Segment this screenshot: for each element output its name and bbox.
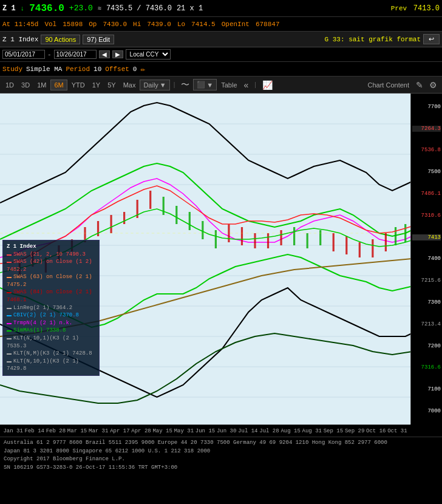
footer: Australia 61 2 9777 8600 Brazil 5511 239… [0, 437, 442, 474]
edit-button[interactable]: 97) Edit [83, 35, 114, 44]
price-scale: 7700 7264.3 7536.8 7500 7486.1 7310.6 74… [410, 94, 442, 424]
x-label: Sep 15 [322, 428, 344, 434]
study-value: Simple MA [26, 66, 62, 73]
scale-label-highlight1: 7264.3 [412, 126, 441, 132]
scale-label-7000: 7000 [412, 408, 441, 414]
line-chart-icon[interactable]: 〜 [178, 78, 192, 92]
frequency-button[interactable]: Daily ▼ [140, 80, 169, 90]
legend-item: LinReg(2 1) 7364.2 [7, 304, 95, 312]
vol-label: Vol [44, 21, 56, 28]
price-direction-icon: ↓ [21, 5, 25, 12]
x-label: Oct 31 [387, 428, 408, 434]
open-label: Op [89, 21, 97, 28]
actions-button[interactable]: 90 Actions [41, 35, 80, 44]
chevron-left-icon[interactable]: « [242, 79, 251, 91]
scale-label-7500: 7500 [412, 169, 441, 175]
legend-item: SimMAs(1) 7338.8 [7, 327, 95, 335]
legend-item: CBIV(2) (2 1) 7370.8 [7, 312, 95, 319]
chart-content-button[interactable]: Chart Content [365, 80, 412, 90]
x-label: Aug 31 [301, 428, 322, 434]
info-bar: At 11:45d Vol 15898 Op 7430.0 Hi 7439.0 … [0, 17, 442, 32]
scale-label-prev: 7413 [412, 234, 441, 240]
legend-title: Z 1 Index [7, 243, 95, 251]
chart-toolbar: 1D 3D 1M 6M YTD 1Y 5Y Max Daily ▼ | 〜 ⬛▼… [0, 77, 442, 94]
x-label: Apr 28 [131, 428, 152, 434]
period-value: 10 [93, 66, 101, 73]
x-label: Jan 31 [2, 428, 24, 434]
legend-item: SWAS (42) on Close (1 2) 7482.2 [7, 258, 95, 273]
current-price: 7436.0 [29, 3, 64, 14]
date-next-button[interactable]: ▶ [112, 50, 123, 58]
x-label: Aug 15 [280, 428, 301, 434]
period-max-button[interactable]: Max [120, 80, 139, 90]
x-label: Jul 14 [237, 428, 259, 434]
scale-label-7200: 7200 [412, 343, 441, 349]
x-label: May 15 [152, 428, 173, 434]
price-bar: Z 1 ↓ 7436.0 +23.0 ≋ 7435.5 / 7436.0 21 … [0, 0, 442, 17]
date-prev-button[interactable]: ◀ [99, 50, 110, 58]
scale-label-7300: 7300 [412, 299, 441, 305]
chart-graph-icon[interactable]: 📈 [260, 79, 275, 91]
low-label: Lo [177, 21, 185, 28]
footer-line1: Australia 61 2 9777 8600 Brazil 5511 239… [4, 439, 438, 448]
x-label: May 31 [173, 428, 194, 434]
high-price: 7439.0 [147, 21, 171, 28]
low-price: 7414.5 [191, 21, 216, 28]
x-label: Feb 28 [45, 428, 66, 434]
start-date-input[interactable] [2, 50, 45, 59]
legend-item: SWAS (84) on Close (2 1) 7468.1 [7, 288, 95, 304]
legend-item: KLT(N,10,1)(K3 (2 1) 7429.8 [7, 358, 95, 373]
pencil-chart-icon[interactable]: ✎ [413, 79, 426, 91]
prev-price: 7413.0 [413, 4, 440, 13]
settings-icon[interactable]: ⚙ [427, 79, 440, 91]
x-label: Mar 15 [66, 428, 87, 434]
period-6m-button[interactable]: 6M [50, 80, 67, 90]
table-button[interactable]: Table [218, 80, 240, 90]
time-display: At 11:45d [2, 21, 38, 28]
footer-copyright: Copyright 2017 Bloomberg Finance L.P. [4, 455, 438, 464]
prev-label: Prev [391, 5, 407, 12]
currency-select[interactable]: Local CCY [126, 49, 171, 60]
period-label: Period [66, 66, 90, 73]
period-1y-button[interactable]: 1Y [89, 80, 103, 90]
period-3d-button[interactable]: 3D [18, 80, 33, 90]
legend-item: TrmpN(4 (2 1) n.k. [7, 319, 95, 327]
chart-legend: Z 1 Index SWAS (21, 2, 10 7490.3 SWAS (4… [2, 240, 100, 376]
price-change: +23.0 [69, 4, 93, 13]
x-label: Jul 28 [259, 428, 280, 434]
legend-item: KLT(N,10,1)(K3 (2 1) 7535.3 [7, 335, 95, 350]
freq-dropdown-icon: ▼ [160, 81, 166, 89]
edit-study-icon[interactable]: ✏ [140, 64, 145, 74]
x-label: Feb 14 [24, 428, 45, 434]
period-1m-button[interactable]: 1M [34, 80, 49, 90]
scale-label-7350: 7215.6 [412, 278, 441, 284]
offset-value: 0 [133, 66, 137, 73]
x-label: Oct 16 [365, 428, 387, 434]
end-date-input[interactable] [54, 50, 97, 59]
wave-icon: ≋ [98, 5, 101, 12]
study-bar: Study Simple MA Period 10 Offset 0 ✏ [0, 62, 442, 77]
index-label: Z 1 Index [2, 36, 38, 43]
period-1d-button[interactable]: 1D [2, 80, 17, 90]
x-label: Apr 17 [109, 428, 131, 434]
study-label-text: Study [2, 66, 22, 73]
offset-label: Offset [105, 66, 129, 73]
candle-mode-button[interactable]: ⬛▼ [193, 79, 217, 90]
period-ytd-button[interactable]: YTD [69, 80, 88, 90]
x-label: Jun 30 [216, 428, 237, 434]
scale-label-highlight2: 7536.8 [412, 147, 441, 153]
high-label: Hi [133, 21, 141, 28]
footer-line2: Japan 81 3 3201 8900 Singapore 65 6212 1… [4, 448, 438, 456]
candle-dropdown-icon: ▼ [206, 81, 213, 89]
chart-area: Z 1 Index SWAS (21, 2, 10 7490.3 SWAS (4… [0, 94, 442, 424]
back-button[interactable]: ↩ [423, 34, 440, 44]
scale-label-7700: 7700 [412, 104, 441, 110]
period-5y-button[interactable]: 5Y [104, 80, 118, 90]
open-interest-label: OpenInt [222, 21, 250, 28]
main-toolbar: Z 1 Index 90 Actions 97) Edit G 33: sait… [0, 32, 442, 47]
market-size: 21 x 1 [177, 4, 203, 13]
footer-serial: SN 106219 GS73-3283-0 26-Oct-17 11:55:36… [4, 464, 438, 472]
scale-label-green: 7316.6 [412, 364, 441, 370]
legend-item: SWAS (21, 2, 10 7490.3 [7, 251, 95, 259]
scale-label-7100: 7100 [412, 386, 441, 392]
